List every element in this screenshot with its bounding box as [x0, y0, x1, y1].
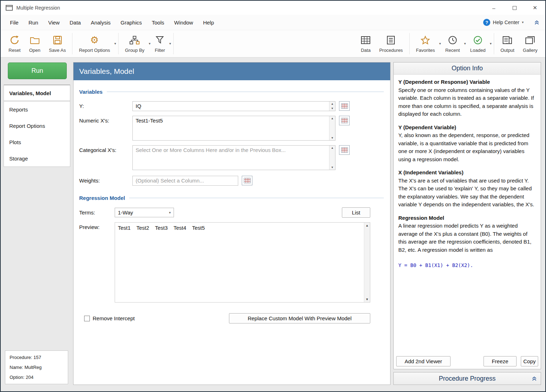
data-button[interactable]: Data — [356, 30, 375, 57]
tab-plots[interactable]: Plots — [4, 134, 70, 150]
output-document-icon — [502, 34, 512, 46]
report-options-caret-icon[interactable]: ▾ — [114, 42, 116, 45]
help-center-caret-icon[interactable]: ▾ — [522, 21, 524, 24]
menu-run[interactable]: Run — [23, 17, 43, 28]
spreadsheet-icon — [341, 147, 348, 153]
remove-intercept-checkbox[interactable] — [84, 316, 90, 321]
procedure-info-box: Procedure: 157 Name: MultReg Option: 204 — [5, 350, 68, 384]
toolbar-separator — [494, 33, 494, 54]
tab-variables-model[interactable]: Variables, Model — [4, 85, 70, 101]
app-window-icon — [6, 5, 13, 11]
y-spinner[interactable]: ▲ ▼ — [329, 102, 335, 111]
main-panel: Variables, Model Variables Y: IQ ▲ ▼ — [73, 62, 391, 385]
collapse-ribbon-button[interactable] — [534, 20, 540, 25]
menu-file[interactable]: File — [5, 17, 23, 28]
menu-help[interactable]: Help — [198, 17, 219, 28]
option-info-heading: X (Independent Variables) — [398, 169, 536, 177]
window-controls: – ✕ — [484, 1, 545, 15]
reset-button[interactable]: Reset — [4, 30, 25, 57]
group-by-button[interactable]: Group By — [121, 33, 149, 55]
replace-custom-model-button[interactable]: Replace Custom Model With Preview Model — [229, 313, 370, 323]
preview-label: Preview: — [79, 222, 115, 230]
save-as-button[interactable]: Save As — [45, 30, 70, 57]
spin-up-icon[interactable]: ▲ — [331, 102, 334, 105]
reset-icon — [10, 34, 20, 46]
menu-view[interactable]: View — [43, 17, 65, 28]
gallery-button[interactable]: Gallery — [519, 30, 542, 57]
y-column-picker-button[interactable] — [339, 101, 350, 111]
terms-label: Terms: — [79, 209, 115, 216]
loaded-button[interactable]: Loaded — [466, 33, 490, 55]
numeric-x-scrollbar[interactable]: ▲ ▼ — [329, 116, 335, 140]
option-info-heading: Y (Dependent or Response) Variable — [398, 78, 536, 86]
output-button[interactable]: Output — [496, 30, 519, 57]
copy-button[interactable]: Copy — [521, 356, 538, 366]
help-center-button[interactable]: Help Center — [493, 20, 519, 25]
menu-data[interactable]: Data — [65, 17, 86, 28]
data-table-icon — [361, 34, 371, 46]
procedure-option: Option: 204 — [10, 375, 64, 380]
scroll-down-icon[interactable]: ▼ — [331, 136, 334, 140]
sidebar-tabs: Variables, Model Reports Report Options … — [4, 85, 70, 167]
maximize-button[interactable] — [504, 1, 525, 15]
progress-collapse-button[interactable] — [531, 376, 537, 383]
scroll-up-icon[interactable]: ▲ — [331, 117, 334, 120]
scroll-up-icon[interactable]: ▲ — [331, 146, 334, 149]
recent-button[interactable]: Recent — [441, 33, 464, 55]
option-info-text: The X's are a set of variables that are … — [398, 177, 536, 209]
minimize-button[interactable]: – — [484, 1, 504, 15]
spin-down-icon[interactable]: ▼ — [331, 107, 334, 110]
filter-caret-icon[interactable]: ▾ — [169, 42, 171, 45]
scroll-down-icon[interactable]: ▼ — [366, 298, 369, 301]
menu-analysis[interactable]: Analysis — [86, 17, 116, 28]
numeric-x-input[interactable]: Test1-Test5 — [132, 116, 335, 141]
weights-column-picker-button[interactable] — [242, 176, 252, 185]
menu-window[interactable]: Window — [169, 17, 198, 28]
menubar: File Run View Data Analysis Graphics Too… — [1, 15, 545, 30]
tab-report-options[interactable]: Report Options — [4, 118, 70, 134]
favorites-button[interactable]: Favorites — [412, 33, 439, 55]
gallery-icon — [525, 34, 535, 46]
tab-storage[interactable]: Storage — [4, 150, 70, 167]
categorical-x-column-picker-button[interactable] — [339, 145, 350, 155]
weights-input[interactable]: (Optional) Select a Column... — [132, 176, 238, 186]
spreadsheet-icon — [244, 178, 251, 183]
variables-section-title: Variables — [79, 89, 103, 95]
titlebar: Multiple Regression – ✕ — [1, 1, 545, 15]
check-circle-icon — [473, 34, 482, 46]
right-column: Option Info Y (Dependent or Response) Va… — [393, 62, 541, 385]
procedure-progress-header[interactable]: Procedure Progress — [393, 372, 541, 385]
loaded-caret-icon[interactable]: ▾ — [490, 42, 492, 45]
open-button[interactable]: Open — [25, 30, 45, 57]
report-options-button[interactable]: ⚙ Report Options — [75, 33, 114, 55]
option-info-text: Y, also known as the dependent, response… — [398, 131, 536, 163]
model-preview-box[interactable]: Test1 Test2 Test3 Test4 Test5 ▲ ▼ — [115, 222, 370, 303]
gear-icon: ⚙ — [90, 34, 99, 46]
toolbar-separator — [409, 33, 410, 54]
categorical-x-scrollbar[interactable]: ▲ ▼ — [329, 146, 335, 170]
categorical-x-label: Categorical X's: — [79, 145, 132, 153]
sidebar: Run Variables, Model Reports Report Opti… — [4, 62, 70, 385]
scroll-up-icon[interactable]: ▲ — [366, 224, 369, 227]
menu-graphics[interactable]: Graphics — [116, 17, 147, 28]
preview-scrollbar[interactable]: ▲ ▼ — [364, 223, 370, 302]
help-icon[interactable]: ? — [483, 19, 490, 26]
numeric-x-label: Numeric X's: — [79, 116, 132, 124]
remove-intercept-label[interactable]: Remove Intercept — [93, 315, 135, 321]
run-button[interactable]: Run — [8, 62, 67, 79]
menu-tools[interactable]: Tools — [147, 17, 169, 28]
filter-button[interactable]: Filter — [151, 33, 169, 55]
freeze-button[interactable]: Freeze — [484, 356, 517, 366]
regression-formula: Y = B0 + B1(X1) + B2(X2). — [398, 262, 536, 269]
categorical-x-input[interactable]: Select One or More Columns Here and/or i… — [132, 145, 335, 170]
procedures-button[interactable]: Procedures — [375, 30, 407, 57]
y-input[interactable]: IQ — [132, 101, 335, 111]
numeric-x-column-picker-button[interactable] — [339, 116, 350, 125]
list-button[interactable]: List — [342, 207, 370, 218]
scroll-down-icon[interactable]: ▼ — [331, 166, 334, 169]
add-2nd-viewer-button[interactable]: Add 2nd Viewer — [396, 356, 451, 366]
close-button[interactable]: ✕ — [525, 1, 545, 15]
procedure-name: Name: MultReg — [10, 365, 64, 370]
tab-reports[interactable]: Reports — [4, 101, 70, 118]
terms-select[interactable]: 1-Way ▾ — [115, 208, 174, 217]
